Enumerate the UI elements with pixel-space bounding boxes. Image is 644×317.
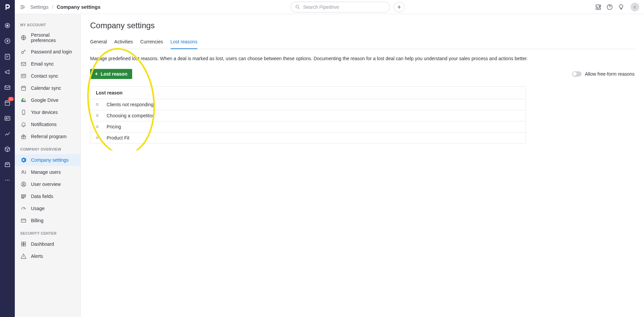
rail-insights-icon[interactable] <box>3 130 11 138</box>
drag-handle-icon[interactable]: = <box>96 102 101 107</box>
sidebar-item-label: Password and login <box>31 49 72 54</box>
svg-point-17 <box>22 75 23 76</box>
extensions-icon[interactable] <box>595 4 602 10</box>
svg-point-1 <box>7 25 8 27</box>
svg-rect-18 <box>22 86 26 90</box>
drag-handle-icon[interactable]: = <box>96 124 101 129</box>
sidebar-item-google-drive[interactable]: Google Drive <box>15 94 80 106</box>
sidebar-item-password-and-login[interactable]: Password and login <box>15 46 80 58</box>
svg-rect-3 <box>5 54 9 59</box>
svg-rect-16 <box>21 74 26 78</box>
sidebar-item-referral-program[interactable]: Referral program <box>15 130 80 143</box>
quick-add-button[interactable] <box>394 2 405 12</box>
plus-icon: + <box>95 71 98 77</box>
tab-general[interactable]: General <box>90 36 107 49</box>
breadcrumb-root[interactable]: Settings <box>30 4 48 10</box>
add-lost-reason-button[interactable]: + Lost reason <box>90 69 132 79</box>
sidebar-item-label: Email sync <box>31 61 54 67</box>
freeform-toggle[interactable] <box>572 71 581 77</box>
rail-products-icon[interactable] <box>3 145 11 150</box>
icon-rail: 11 <box>0 0 15 150</box>
breadcrumb-separator: / <box>52 4 53 10</box>
svg-rect-6 <box>5 116 10 120</box>
sidebar-item-notifications[interactable]: Notifications <box>15 118 80 130</box>
sidebar-section-title: COMPANY OVERVIEW <box>15 143 80 150</box>
svg-point-14 <box>22 51 24 53</box>
freeform-toggle-label: Allow free-form reasons <box>585 71 635 77</box>
tips-icon[interactable] <box>618 4 624 10</box>
tabs: GeneralActivitiesCurrenciesLost reasons <box>90 36 635 49</box>
sidebar-item-calendar-sync[interactable]: Calendar sync <box>15 82 80 94</box>
sidebar-item-label: Google Drive <box>31 97 59 103</box>
rail-leads-icon[interactable] <box>3 22 11 30</box>
topbar: Settings / Company settings c <box>15 0 644 14</box>
user-avatar[interactable]: c <box>631 3 639 11</box>
sidebar-item-label: Notifications <box>31 122 56 127</box>
sidebar-item-label: Contact sync <box>31 73 58 79</box>
gdrive-icon <box>20 97 27 104</box>
lost-reason-label: Clients not responding <box>107 102 153 107</box>
sidebar-item-email-sync[interactable]: Email sync <box>15 58 80 70</box>
rail-projects-icon[interactable] <box>3 52 11 61</box>
add-button-label: Lost reason <box>101 71 127 77</box>
lost-reason-label: Pricing <box>107 124 121 129</box>
freeform-toggle-wrap: Allow free-form reasons <box>572 71 635 77</box>
svg-rect-4 <box>5 86 10 89</box>
page-title: Company settings <box>90 21 635 30</box>
sidebar-item-label: Your devices <box>31 110 58 115</box>
breadcrumb-current: Company settings <box>57 4 101 10</box>
app-logo[interactable] <box>4 3 11 11</box>
lost-reason-label: Product Fit <box>107 135 129 141</box>
table-row[interactable]: =Product Fit <box>90 132 526 143</box>
drag-handle-icon[interactable]: = <box>96 135 101 141</box>
main-content: Company settings GeneralActivitiesCurren… <box>81 14 644 150</box>
collapse-sidebar-icon[interactable] <box>20 4 26 10</box>
calendar-icon <box>20 85 27 91</box>
sidebar-item-contact-sync[interactable]: Contact sync <box>15 70 80 82</box>
help-icon[interactable] <box>606 4 613 10</box>
rail-badge: 11 <box>8 97 14 101</box>
table-row[interactable]: =Choosing a competitor <box>90 110 526 121</box>
rail-mail-icon[interactable] <box>3 83 11 91</box>
lost-reason-label: Choosing a competitor <box>107 113 154 118</box>
search-input[interactable] <box>303 4 385 10</box>
sidebar-item-personal-preferences[interactable]: Personal preferences <box>15 30 80 46</box>
search-icon <box>295 4 300 10</box>
page-description: Manage predefined lost reasons. When a d… <box>90 55 635 62</box>
table-row[interactable]: =Pricing <box>90 121 526 132</box>
tab-activities[interactable]: Activities <box>114 36 133 49</box>
key-icon <box>20 48 27 55</box>
tab-lost-reasons[interactable]: Lost reasons <box>171 36 197 49</box>
rail-activities-icon[interactable]: 11 <box>3 99 11 107</box>
contact-icon <box>20 73 27 79</box>
globe-icon <box>20 34 27 41</box>
tab-currencies[interactable]: Currencies <box>140 36 163 49</box>
search-box[interactable] <box>291 2 390 12</box>
rail-deals-icon[interactable] <box>3 37 11 45</box>
rail-contacts-icon[interactable] <box>3 114 11 122</box>
sidebar-item-label: Referral program <box>31 134 67 139</box>
svg-rect-5 <box>5 101 9 105</box>
sidebar-item-label: Calendar sync <box>31 85 61 91</box>
mail-icon <box>20 61 27 67</box>
svg-rect-15 <box>21 63 26 66</box>
drag-handle-icon[interactable]: = <box>96 113 101 118</box>
lost-reasons-table: Lost reason =Clients not responding=Choo… <box>90 86 526 144</box>
settings-sidebar: MY ACCOUNTPersonal preferencesPassword a… <box>15 14 81 150</box>
bell-icon <box>20 121 27 128</box>
gift-icon <box>20 133 27 140</box>
table-header: Lost reason <box>90 87 526 99</box>
device-icon <box>20 109 27 116</box>
sidebar-section-title: MY ACCOUNT <box>15 18 80 30</box>
table-row[interactable]: =Clients not responding <box>90 99 526 110</box>
svg-point-7 <box>6 118 7 119</box>
rail-campaigns-icon[interactable] <box>3 68 11 76</box>
sidebar-item-your-devices[interactable]: Your devices <box>15 106 80 118</box>
sidebar-item-label: Personal preferences <box>31 32 75 43</box>
breadcrumb: Settings / Company settings <box>30 4 101 10</box>
svg-point-11 <box>296 5 299 8</box>
